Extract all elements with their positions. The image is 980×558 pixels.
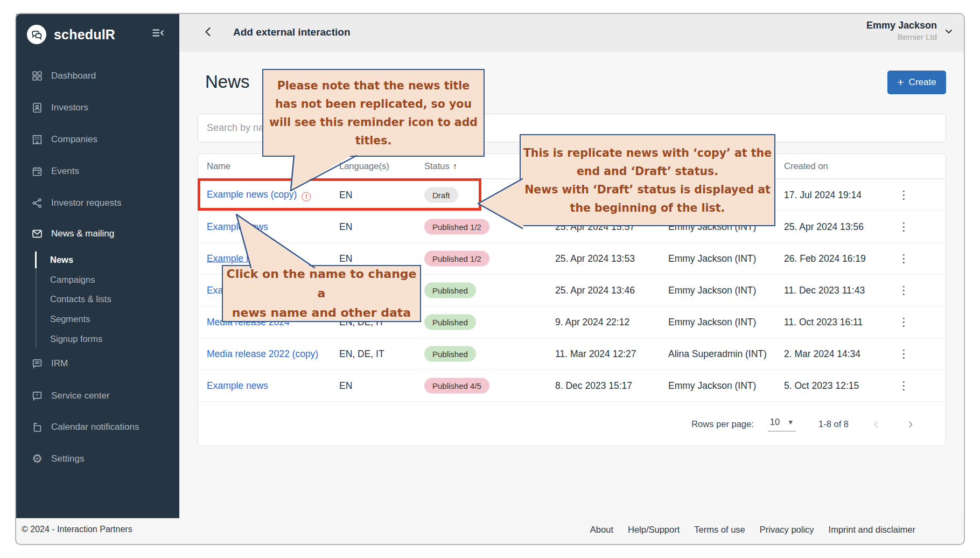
- created-on-cell: 11. Oct 2023 16:11: [784, 317, 863, 328]
- created-on-cell: 2. Mar 2024 14:34: [784, 348, 860, 360]
- col-header-status[interactable]: Status↑: [424, 161, 457, 171]
- languages-cell: EN: [339, 221, 352, 233]
- table-row: Example news EN Published 4/5 8. Dec 202…: [198, 369, 946, 401]
- footer-link-about[interactable]: About: [590, 525, 613, 535]
- footer-link-help-support[interactable]: Help/Support: [628, 525, 680, 535]
- events-icon: [31, 165, 44, 178]
- published-on-cell: 25. Apr 2024 13:53: [555, 253, 635, 264]
- col-header-languages[interactable]: Language(s): [339, 161, 389, 171]
- row-kebab-menu-icon[interactable]: ⋮: [898, 379, 910, 392]
- sidebar-subitem-signup-forms[interactable]: Signup forms: [16, 329, 179, 349]
- sidebar-item-dashboard[interactable]: Dashboard: [16, 65, 179, 87]
- status-cell: Published: [424, 283, 476, 298]
- footer-copyright: © 2024 - Interaction Partners: [22, 525, 132, 534]
- status-cell: Published 1/2: [424, 251, 489, 267]
- news-name-link[interactable]: Media release 2024: [207, 317, 290, 328]
- news-name-link[interactable]: Example news: [207, 285, 268, 296]
- sidebar-subitem-news[interactable]: News: [16, 250, 179, 270]
- page-breadcrumb-title: Add external interaction: [233, 26, 351, 38]
- sidebar-item-label: Events: [51, 166, 79, 177]
- created-on-cell: 5. Oct 2023 12:15: [784, 380, 859, 392]
- row-kebab-menu-icon[interactable]: ⋮: [898, 220, 910, 233]
- table-header-row: Name Language(s) Status↑ Created on: [198, 154, 946, 179]
- sidebar-item-settings[interactable]: ⚙ Settings: [16, 448, 179, 470]
- status-badge: Published 1/2: [424, 251, 489, 267]
- footer-link-terms[interactable]: Terms of use: [694, 525, 745, 535]
- next-page-icon[interactable]: [904, 417, 918, 431]
- sidebar-item-label: News & mailing: [51, 228, 114, 239]
- col-header-created-on[interactable]: Created on: [784, 161, 828, 171]
- missing-title-warning-icon: !: [302, 192, 311, 201]
- status-badge: Published: [424, 315, 476, 330]
- sidebar-item-events[interactable]: Events: [16, 161, 179, 182]
- news-name-link[interactable]: Example news: [207, 253, 268, 264]
- subitem-label: Contacts & lists: [50, 294, 111, 304]
- sidebar-subitem-segments[interactable]: Segments: [16, 309, 179, 329]
- footer-links: About Help/Support Terms of use Privacy …: [485, 525, 915, 535]
- sidebar-item-companies[interactable]: Companies: [16, 129, 179, 150]
- table-row: Media release 2022 (copy) EN, DE, IT Pub…: [198, 338, 946, 369]
- created-on-cell: 26. Feb 2024 16:19: [784, 253, 866, 264]
- news-name-link[interactable]: Media release 2022 (copy): [207, 348, 318, 360]
- search-input[interactable]: [198, 114, 946, 142]
- dashboard-icon: [31, 69, 44, 82]
- status-badge: Published 1/2: [424, 219, 489, 235]
- create-button-label: Create: [909, 77, 936, 88]
- sidebar-item-investors[interactable]: Investors: [16, 97, 179, 118]
- sidebar-item-service-center[interactable]: Service center: [16, 385, 179, 407]
- sidebar-collapse-icon[interactable]: [150, 25, 166, 41]
- col-header-name[interactable]: Name: [207, 161, 230, 171]
- user-company: Bernier Ltd: [775, 32, 937, 41]
- created-on-cell: 25. Apr 2024 13:56: [784, 221, 864, 233]
- sidebar-subitem-campaigns[interactable]: Campaigns: [16, 270, 179, 290]
- sidebar-subitem-contacts-lists[interactable]: Contacts & lists: [16, 289, 179, 309]
- sidebar-item-label: Dashboard: [51, 71, 96, 81]
- sidebar-item-irm[interactable]: IRM: [16, 353, 179, 374]
- status-cell: Published 1/2: [424, 219, 489, 235]
- languages-cell: EN, DE, IT: [339, 348, 384, 360]
- sidebar-item-label: Service center: [51, 390, 110, 401]
- companies-icon: [31, 133, 44, 146]
- created-on-cell: 17. Jul 2024 19:14: [784, 190, 862, 201]
- subitem-label: Campaigns: [50, 275, 95, 285]
- created-by-cell: Alina Superadmin (INT): [668, 348, 767, 360]
- row-kebab-menu-icon[interactable]: ⋮: [898, 284, 910, 297]
- row-kebab-menu-icon[interactable]: ⋮: [898, 189, 910, 201]
- sidebar-item-calendar-notifications[interactable]: Calendar notifications: [16, 416, 179, 438]
- row-kebab-menu-icon[interactable]: ⋮: [898, 252, 910, 265]
- brand: schedulR: [27, 24, 115, 45]
- rows-per-page-select[interactable]: 10 ▼: [768, 417, 796, 431]
- subnav-rail-active: [35, 252, 37, 268]
- pagination-range: 1-8 of 8: [818, 419, 849, 429]
- footer-link-privacy[interactable]: Privacy policy: [760, 525, 814, 535]
- published-on-cell: 9. Apr 2024 22:12: [555, 317, 629, 328]
- sidebar-item-label: Investor requests: [51, 198, 121, 208]
- row-kebab-menu-icon[interactable]: ⋮: [898, 347, 910, 360]
- page-title: News: [205, 72, 250, 92]
- user-menu-chevron-down-icon[interactable]: [942, 25, 956, 39]
- footer-link-imprint[interactable]: Imprint and disclaimer: [829, 525, 915, 535]
- investors-icon: [31, 101, 44, 114]
- app-logo-icon: [27, 25, 46, 44]
- sidebar-item-label: Investors: [51, 102, 88, 113]
- news-name-link[interactable]: Example news: [207, 380, 268, 392]
- back-button[interactable]: [202, 25, 216, 39]
- sidebar-item-news-mailing[interactable]: News & mailing: [16, 223, 179, 245]
- published-on-cell: 25. Apr 2024 15:57: [555, 221, 635, 233]
- published-on-cell: 11. Mar 2024 12:27: [555, 348, 636, 360]
- row-kebab-menu-icon[interactable]: ⋮: [898, 316, 910, 329]
- status-badge: Published 4/5: [424, 378, 489, 394]
- table-row: Media release 2024 EN, DE, IT Published …: [198, 306, 946, 338]
- published-on-cell: 8. Dec 2023 15:17: [555, 380, 632, 392]
- calendar-notifications-icon: [31, 421, 44, 434]
- create-button[interactable]: + Create: [887, 71, 946, 94]
- created-by-cell: Emmy Jackson (INT): [668, 285, 756, 296]
- published-on-cell: 25. Apr 2024 13:46: [555, 285, 635, 296]
- news-name-link[interactable]: Example news (copy)!: [207, 189, 311, 201]
- created-by-cell: Emmy Jackson (INT): [668, 253, 756, 264]
- languages-cell: EN: [339, 253, 352, 264]
- previous-page-icon[interactable]: [869, 417, 883, 431]
- table-row: Example news EN Published 1/2 25. Apr 20…: [198, 211, 946, 242]
- sidebar-item-investor-requests[interactable]: Investor requests: [16, 192, 179, 214]
- news-name-link[interactable]: Example news: [207, 221, 268, 233]
